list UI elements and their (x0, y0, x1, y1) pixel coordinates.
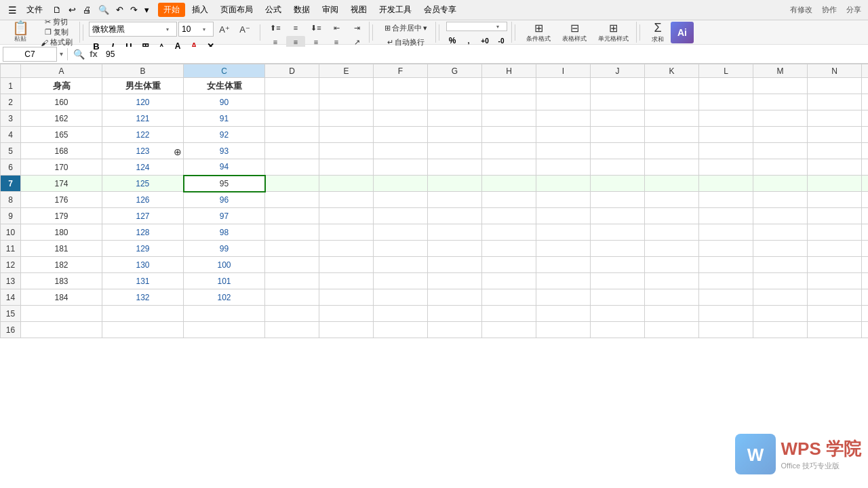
cell-c14[interactable]: 102 (184, 289, 265, 306)
col-header-c[interactable]: C (184, 64, 265, 78)
fill-color-button[interactable]: A (170, 39, 185, 54)
cell-n1[interactable] (808, 78, 862, 94)
cell-c11[interactable]: 99 (184, 241, 265, 257)
cell-b2[interactable]: 120 (102, 94, 184, 110)
cell-c8[interactable]: 96 (184, 192, 265, 208)
cell-c12[interactable]: 100 (184, 257, 265, 273)
paste-button[interactable]: 📋 粘贴 (5, 22, 35, 43)
cell-b11[interactable]: 129 (102, 241, 184, 257)
col-header-l[interactable]: L (699, 64, 753, 78)
col-header-e[interactable]: E (319, 64, 374, 78)
share-icon[interactable]: 分享 (842, 5, 865, 15)
function-icon[interactable]: fx (87, 47, 100, 61)
col-header-g[interactable]: G (428, 64, 482, 78)
align-top-button[interactable]: ⬆≡ (266, 22, 285, 34)
align-bottom-button[interactable]: ⬇≡ (307, 22, 326, 34)
cell-c13[interactable]: 101 (184, 273, 265, 289)
cell-k1[interactable] (645, 78, 699, 94)
cell-a7[interactable]: 174 (21, 176, 102, 192)
cell-i1[interactable] (536, 78, 591, 94)
menu-dev[interactable]: 开发工具 (374, 3, 417, 17)
cell-a14[interactable]: 184 (21, 289, 102, 306)
copy-button[interactable]: ❐ 复制 (36, 28, 77, 37)
indent-dec-button[interactable]: ⇤ (327, 22, 346, 34)
number-format-arrow-icon[interactable]: ▾ (494, 24, 501, 30)
cell-b4[interactable]: 122 (102, 127, 184, 143)
cell-l1[interactable] (699, 78, 753, 94)
cell-b10[interactable]: 128 (102, 224, 184, 241)
cell-j1[interactable] (591, 78, 645, 94)
undo-icon[interactable]: ↩ (66, 3, 78, 16)
formula-input[interactable] (103, 47, 865, 62)
col-header-a[interactable]: A (21, 64, 102, 78)
table-style-button[interactable]: ⊟ 表格样式 (557, 22, 592, 43)
cell-c6[interactable]: 94 (184, 159, 265, 176)
cell-b14[interactable]: 132 (102, 289, 184, 306)
cell-c7-active[interactable]: 95 (184, 176, 265, 192)
cell-b12[interactable]: 130 (102, 257, 184, 273)
menu-insert[interactable]: 插入 (186, 3, 214, 17)
cell-a4[interactable]: 165 (21, 127, 102, 143)
col-header-d[interactable]: D (265, 64, 319, 78)
search-icon[interactable]: 🔍 (96, 3, 111, 16)
number-format-selector[interactable]: 常规 ▾ (446, 22, 507, 31)
col-header-f[interactable]: F (374, 64, 428, 78)
align-middle-button[interactable]: ≡ (286, 22, 305, 34)
menu-review[interactable]: 审阅 (317, 3, 344, 17)
col-header-k[interactable]: K (645, 64, 699, 78)
menu-formula[interactable]: 公式 (260, 3, 287, 17)
cell-c4[interactable]: 92 (184, 127, 265, 143)
format-paint-button[interactable]: 🖌 格式刷 (36, 38, 77, 47)
cell-a6[interactable]: 170 (21, 159, 102, 176)
font-name-arrow-icon[interactable]: ▾ (164, 26, 171, 33)
hamburger-icon[interactable]: ☰ (5, 3, 20, 17)
cell-c1[interactable]: 女生体重 (184, 78, 265, 94)
col-header-m[interactable]: M (753, 64, 808, 78)
cut-button[interactable]: ✂ 剪切 (36, 18, 77, 27)
cell-a12[interactable]: 182 (21, 257, 102, 273)
cell-a9[interactable]: 179 (21, 208, 102, 224)
cell-c9[interactable]: 97 (184, 208, 265, 224)
cell-m1[interactable] (753, 78, 808, 94)
font-name-input[interactable]: 微软雅黑 (90, 24, 164, 34)
cell-o1[interactable] (862, 78, 869, 94)
menu-start[interactable]: 开始 (158, 3, 185, 17)
menu-data[interactable]: 数据 (288, 3, 315, 17)
col-header-o[interactable]: O (862, 64, 869, 78)
menu-layout[interactable]: 页面布局 (215, 3, 258, 17)
cell-c10[interactable]: 98 (184, 224, 265, 241)
cell-a11[interactable]: 181 (21, 241, 102, 257)
ai-button[interactable]: Ai (671, 22, 694, 43)
font-size-selector[interactable]: 10 ▾ (178, 22, 214, 37)
cell-b9[interactable]: 127 (102, 208, 184, 224)
cell-c2[interactable]: 90 (184, 94, 265, 110)
cell-ref-expand-icon[interactable]: ▾ (60, 50, 63, 58)
col-header-j[interactable]: J (591, 64, 645, 78)
font-size-arrow-icon[interactable]: ▾ (201, 26, 208, 33)
number-format-input[interactable]: 常规 (447, 22, 494, 30)
cell-c3[interactable]: 91 (184, 110, 265, 127)
print-icon[interactable]: 🖨 (81, 3, 94, 16)
cell-b7[interactable]: 125 (102, 176, 184, 192)
cell-b8[interactable]: 126 (102, 192, 184, 208)
cell-d1[interactable] (265, 78, 319, 94)
cell-e1[interactable] (319, 78, 374, 94)
col-header-i[interactable]: I (536, 64, 591, 78)
save-icon[interactable]: 🗋 (51, 3, 64, 16)
zoom-icon[interactable]: 🔍 (72, 47, 85, 61)
menu-member[interactable]: 会员专享 (418, 3, 462, 17)
cell-b5[interactable]: 123 ⊕ (102, 143, 184, 159)
cell-c5[interactable]: 93 (184, 143, 265, 159)
cell-h1[interactable] (482, 78, 536, 94)
redo-icon[interactable]: ↷ (128, 3, 140, 16)
cell-a10[interactable]: 180 (21, 224, 102, 241)
font-size-dec-button[interactable]: A⁻ (235, 22, 254, 36)
cell-a3[interactable]: 162 (21, 110, 102, 127)
cell-g1[interactable] (428, 78, 482, 94)
col-header-h[interactable]: H (482, 64, 536, 78)
cell-a2[interactable]: 160 (21, 94, 102, 110)
file-label[interactable]: 文件 (22, 3, 47, 17)
menu-view[interactable]: 视图 (345, 3, 372, 17)
col-header-b[interactable]: B (102, 64, 184, 78)
font-size-inc-button[interactable]: A⁺ (215, 22, 234, 36)
